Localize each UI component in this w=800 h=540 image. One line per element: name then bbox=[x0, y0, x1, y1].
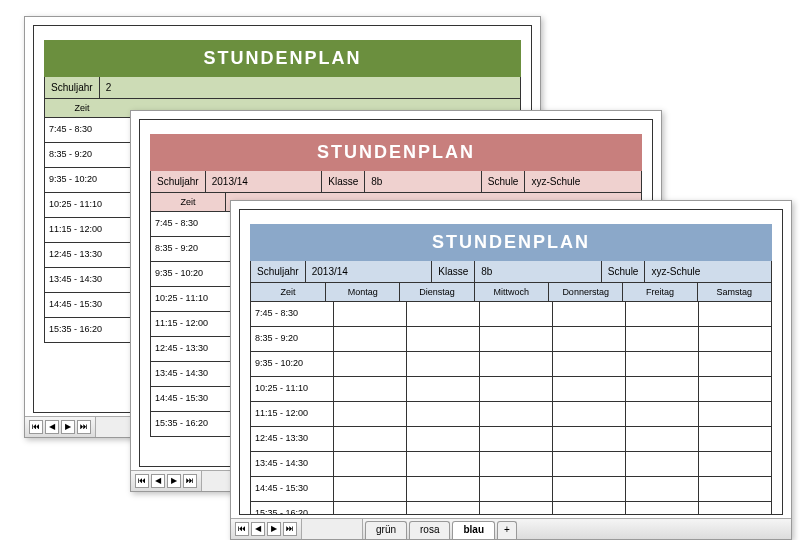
cell[interactable] bbox=[334, 452, 407, 476]
time-cell: 12:45 - 13:30 bbox=[45, 243, 127, 267]
time-cell: 12:45 - 13:30 bbox=[251, 427, 334, 451]
cell[interactable] bbox=[626, 302, 699, 326]
table-row: 9:35 - 10:20 bbox=[250, 352, 772, 377]
cell[interactable] bbox=[407, 452, 480, 476]
nav-first-icon[interactable]: ⏮ bbox=[29, 420, 43, 434]
cell[interactable] bbox=[699, 402, 771, 426]
cell[interactable] bbox=[553, 502, 626, 515]
cell[interactable] bbox=[407, 352, 480, 376]
nav-next-icon[interactable]: ▶ bbox=[167, 474, 181, 488]
sheet-nav: ⏮ ◀ ▶ ⏭ bbox=[25, 417, 95, 437]
cell[interactable] bbox=[334, 502, 407, 515]
time-cell: 7:45 - 8:30 bbox=[151, 212, 234, 236]
cell[interactable] bbox=[480, 452, 553, 476]
cell[interactable] bbox=[407, 327, 480, 351]
cell[interactable] bbox=[626, 502, 699, 515]
tab-rosa[interactable]: rosa bbox=[409, 521, 450, 539]
meta-row: Schuljahr 2 bbox=[44, 77, 521, 99]
cell[interactable] bbox=[334, 427, 407, 451]
cell[interactable] bbox=[699, 377, 771, 401]
cell[interactable] bbox=[553, 327, 626, 351]
cell[interactable] bbox=[626, 327, 699, 351]
cell[interactable] bbox=[480, 502, 553, 515]
time-cell: 11:15 - 12:00 bbox=[45, 218, 127, 242]
cell[interactable] bbox=[480, 327, 553, 351]
time-cell: 14:45 - 15:30 bbox=[151, 387, 234, 411]
cell[interactable] bbox=[334, 477, 407, 501]
cell[interactable] bbox=[626, 352, 699, 376]
cell[interactable] bbox=[407, 377, 480, 401]
time-cell: 7:45 - 8:30 bbox=[45, 118, 127, 142]
cell[interactable] bbox=[480, 477, 553, 501]
cell[interactable] bbox=[407, 477, 480, 501]
time-cell: 9:35 - 10:20 bbox=[251, 352, 334, 376]
cell[interactable] bbox=[626, 377, 699, 401]
title-banner: STUNDENPLAN bbox=[150, 134, 642, 171]
cell[interactable] bbox=[407, 302, 480, 326]
schuljahr-label: Schuljahr bbox=[45, 77, 100, 98]
time-cell: 14:45 - 15:30 bbox=[251, 477, 334, 501]
cell[interactable] bbox=[334, 327, 407, 351]
cell[interactable] bbox=[553, 402, 626, 426]
time-cell: 8:35 - 9:20 bbox=[251, 327, 334, 351]
nav-last-icon[interactable]: ⏭ bbox=[283, 522, 297, 536]
time-cell: 12:45 - 13:30 bbox=[151, 337, 234, 361]
table-row: 11:15 - 12:00 bbox=[250, 402, 772, 427]
tab-scroll[interactable] bbox=[301, 519, 363, 539]
time-cell: 15:35 - 16:20 bbox=[251, 502, 334, 515]
nav-last-icon[interactable]: ⏭ bbox=[77, 420, 91, 434]
tab-blau[interactable]: blau bbox=[452, 521, 495, 539]
cell[interactable] bbox=[553, 452, 626, 476]
cell[interactable] bbox=[699, 427, 771, 451]
cell[interactable] bbox=[699, 477, 771, 501]
klasse-value: 8b bbox=[365, 171, 482, 192]
cell[interactable] bbox=[480, 402, 553, 426]
tab-add[interactable]: + bbox=[497, 521, 517, 539]
cell[interactable] bbox=[553, 302, 626, 326]
cell[interactable] bbox=[553, 427, 626, 451]
col-donnerstag: Donnerstag bbox=[549, 283, 623, 301]
cell[interactable] bbox=[699, 327, 771, 351]
tabbar-blue: ⏮ ◀ ▶ ⏭ grün rosa blau + bbox=[231, 518, 791, 539]
cell[interactable] bbox=[553, 377, 626, 401]
nav-next-icon[interactable]: ▶ bbox=[61, 420, 75, 434]
cell[interactable] bbox=[407, 402, 480, 426]
nav-prev-icon[interactable]: ◀ bbox=[251, 522, 265, 536]
time-cell: 10:25 - 11:10 bbox=[45, 193, 127, 217]
cell[interactable] bbox=[699, 302, 771, 326]
time-cell: 8:35 - 9:20 bbox=[45, 143, 127, 167]
cell[interactable] bbox=[626, 427, 699, 451]
cell[interactable] bbox=[407, 427, 480, 451]
cell[interactable] bbox=[480, 302, 553, 326]
nav-first-icon[interactable]: ⏮ bbox=[135, 474, 149, 488]
cell[interactable] bbox=[699, 452, 771, 476]
nav-prev-icon[interactable]: ◀ bbox=[45, 420, 59, 434]
col-dienstag: Dienstag bbox=[400, 283, 474, 301]
col-mittwoch: Mittwoch bbox=[475, 283, 549, 301]
cell[interactable] bbox=[553, 477, 626, 501]
cell[interactable] bbox=[407, 502, 480, 515]
cell[interactable] bbox=[334, 302, 407, 326]
nav-last-icon[interactable]: ⏭ bbox=[183, 474, 197, 488]
time-cell: 13:45 - 14:30 bbox=[151, 362, 234, 386]
cell[interactable] bbox=[480, 377, 553, 401]
schuljahr-value: 2013/14 bbox=[206, 171, 323, 192]
nav-prev-icon[interactable]: ◀ bbox=[151, 474, 165, 488]
cell[interactable] bbox=[553, 352, 626, 376]
nav-first-icon[interactable]: ⏮ bbox=[235, 522, 249, 536]
cell[interactable] bbox=[626, 452, 699, 476]
cell[interactable] bbox=[334, 352, 407, 376]
time-cell: 13:45 - 14:30 bbox=[45, 268, 127, 292]
cell[interactable] bbox=[480, 352, 553, 376]
cell[interactable] bbox=[626, 477, 699, 501]
time-cell: 8:35 - 9:20 bbox=[151, 237, 234, 261]
cell[interactable] bbox=[480, 427, 553, 451]
cell[interactable] bbox=[334, 377, 407, 401]
schule-value: xyz-Schule bbox=[645, 261, 771, 282]
nav-next-icon[interactable]: ▶ bbox=[267, 522, 281, 536]
cell[interactable] bbox=[699, 502, 771, 515]
cell[interactable] bbox=[699, 352, 771, 376]
cell[interactable] bbox=[626, 402, 699, 426]
cell[interactable] bbox=[334, 402, 407, 426]
tab-gruen[interactable]: grün bbox=[365, 521, 407, 539]
